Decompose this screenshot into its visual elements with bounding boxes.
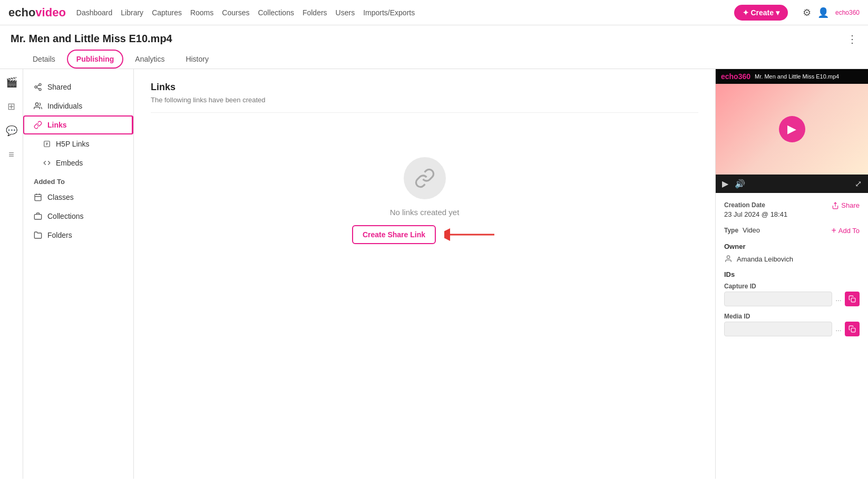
capture-id-ellipsis: … [835, 295, 842, 303]
sidebar-icon-grid[interactable]: ⊞ [5, 99, 17, 114]
sidebar-icon-comment[interactable]: 💬 [4, 123, 19, 139]
type-label: Type [724, 227, 738, 234]
links-section-title: Links [151, 82, 698, 93]
sidebar-item-collections-label: Collections [47, 212, 83, 220]
main-layout: 🎬 ⊞ 💬 ≡ Shared Individuals Links H5P Lin… [0, 69, 868, 479]
fullscreen-button[interactable]: ⤢ [855, 179, 862, 189]
owner-section-title: Owner [724, 243, 860, 250]
settings-icon[interactable]: ⚙ [803, 7, 811, 18]
video-preview: echo360 Mr. Men and Little Miss E10.mp4 … [716, 69, 868, 175]
video-header: echo360 Mr. Men and Little Miss E10.mp4 [716, 69, 868, 84]
create-share-link-button[interactable]: Create Share Link [352, 225, 436, 244]
more-options-button[interactable]: ⋮ [847, 33, 857, 45]
svg-rect-7 [35, 195, 41, 201]
nav-right: ⚙ 👤 echo360 [803, 7, 860, 18]
play-button[interactable]: ▶ [779, 116, 805, 142]
svg-point-1 [35, 86, 37, 88]
links-section-subtitle: The following links have been created [151, 96, 698, 113]
sidebar-item-folders-label: Folders [47, 231, 72, 239]
svg-line-3 [37, 88, 40, 89]
owner-row: Amanda Leibovich [724, 255, 860, 263]
link-icon [414, 168, 435, 189]
nav-courses[interactable]: Courses [222, 8, 249, 17]
sidebar-item-individuals[interactable]: Individuals [23, 96, 133, 115]
video-title-text: Mr. Men and Little Miss E10.mp4 [755, 73, 839, 80]
video-thumbnail-bg: ▶ [716, 84, 868, 175]
capture-id-row: Capture ID … [724, 283, 860, 306]
sidebar-item-links-label: Links [47, 121, 67, 129]
sidebar-icon-media[interactable]: 🎬 [4, 74, 19, 90]
video-logo: echo360 [721, 72, 750, 81]
nav-rooms[interactable]: Rooms [190, 8, 213, 17]
user-icon[interactable]: 👤 [817, 7, 829, 18]
copy-media-id-button[interactable] [845, 322, 860, 336]
arrow-annotation [444, 228, 497, 241]
sidebar-item-links[interactable]: Links [23, 115, 133, 134]
nav-imports-exports[interactable]: Imports/Exports [363, 8, 415, 17]
tab-details[interactable]: Details [23, 50, 65, 69]
sidebar-item-h5p-label: H5P Links [56, 140, 90, 148]
content-area: Links The following links have been crea… [134, 69, 715, 479]
panel-body: Creation Date 23 Jul 2024 @ 18:41 Share … [716, 193, 868, 351]
plus-icon: + [831, 226, 836, 235]
type-row: Type Video + Add To [724, 226, 860, 235]
nav-collections[interactable]: Collections [258, 8, 294, 17]
added-to-label: Added To [23, 172, 133, 188]
share-button[interactable]: Share [832, 201, 860, 209]
empty-text: No links created yet [390, 208, 460, 217]
sidebar-icon-list[interactable]: ≡ [6, 147, 16, 162]
svg-rect-11 [34, 215, 41, 219]
sidebar-item-individuals-label: Individuals [47, 102, 82, 110]
nav-captures[interactable]: Captures [152, 8, 182, 17]
sidebar-item-classes-label: Classes [47, 193, 74, 201]
svg-point-15 [727, 256, 729, 258]
creation-date-label: Creation Date [724, 201, 787, 209]
media-id-field-row: … [724, 322, 860, 336]
sidebar-item-shared-label: Shared [47, 83, 71, 91]
nav-folders[interactable]: Folders [303, 8, 327, 17]
create-button[interactable]: ✦ Create ▾ [734, 5, 788, 21]
tabs-row: Details Publishing Analytics History [0, 45, 868, 69]
copy-capture-id-button[interactable] [845, 292, 860, 306]
video-controls: ▶ 🔊 ⤢ [716, 175, 868, 193]
sidebar-item-collections[interactable]: Collections [23, 207, 133, 226]
svg-line-4 [37, 85, 40, 86]
media-id-label: Media ID [724, 313, 860, 320]
logo: echovideo [8, 6, 66, 20]
media-id-blurred [724, 322, 832, 336]
svg-rect-16 [851, 298, 855, 302]
tab-analytics[interactable]: Analytics [125, 50, 174, 69]
nav-users[interactable]: Users [336, 8, 355, 17]
copy-icon [849, 295, 856, 303]
sidebar-item-embeds[interactable]: Embeds [23, 153, 133, 172]
empty-state: No links created yet Create Share Link [151, 125, 698, 276]
nav-library[interactable]: Library [121, 8, 143, 17]
volume-button[interactable]: 🔊 [735, 179, 745, 189]
sidebar-item-classes[interactable]: Classes [23, 188, 133, 207]
share-icon [832, 202, 839, 209]
add-to-button[interactable]: + Add To [831, 226, 860, 235]
capture-id-blurred [724, 292, 832, 306]
tab-history[interactable]: History [176, 50, 218, 69]
right-panel: echo360 Mr. Men and Little Miss E10.mp4 … [715, 69, 868, 479]
capture-id-label: Capture ID [724, 283, 860, 290]
svg-point-2 [39, 89, 41, 91]
logo-video: video [35, 6, 65, 19]
logo-echo: echo [8, 6, 35, 19]
ids-section-title: IDs [724, 270, 860, 278]
owner-name: Amanda Leibovich [737, 255, 793, 263]
sidebar-item-h5p-links[interactable]: H5P Links [23, 134, 133, 153]
sidebar-icons: 🎬 ⊞ 💬 ≡ [0, 69, 23, 479]
owner-person-icon [724, 255, 733, 263]
capture-id-field-row: … [724, 292, 860, 306]
nav-dashboard[interactable]: Dashboard [76, 8, 113, 17]
svg-point-5 [35, 103, 38, 105]
sub-nav: Shared Individuals Links H5P Links Embed… [23, 69, 134, 479]
media-id-row: Media ID … [724, 313, 860, 336]
sidebar-item-shared[interactable]: Shared [23, 78, 133, 96]
media-id-ellipsis: … [835, 325, 842, 333]
play-pause-button[interactable]: ▶ [722, 179, 728, 189]
sidebar-item-folders[interactable]: Folders [23, 226, 133, 245]
sidebar-item-embeds-label: Embeds [56, 159, 83, 167]
tab-publishing[interactable]: Publishing [67, 50, 124, 69]
